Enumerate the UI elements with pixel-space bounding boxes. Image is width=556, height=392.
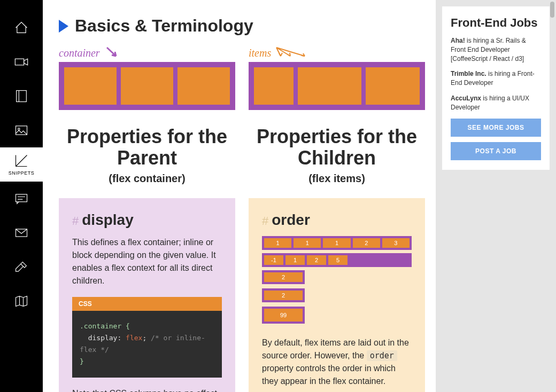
jobs-widget: Front-End Jobs Aha! is hiring a Sr. Rail…: [442, 6, 550, 170]
children-heading: Properties for the Children: [249, 126, 425, 168]
order-box: 1: [264, 238, 291, 248]
nav-video[interactable]: [0, 45, 43, 79]
order-box: 1: [294, 238, 321, 248]
code-block: CSS .container { display: flex; /* or in…: [72, 297, 222, 377]
hash-icon: #: [72, 214, 79, 228]
nav-snippets[interactable]: SNIPPETS: [0, 147, 43, 182]
container-diagram: [59, 62, 235, 110]
order-card: #order 1 1 1 2 3 -1 1 2 5: [249, 198, 425, 392]
diagram-box: [254, 67, 294, 105]
display-card: #display This defines a flex container; …: [59, 198, 235, 392]
nav-home[interactable]: [0, 11, 43, 45]
right-sidebar: Front-End Jobs Aha! is hiring a Sr. Rail…: [436, 0, 556, 392]
svg-rect-1: [17, 91, 27, 102]
nav-map[interactable]: [0, 284, 43, 318]
nav-mail[interactable]: [0, 216, 43, 250]
order-box: 2: [353, 238, 380, 248]
nav-book[interactable]: [0, 79, 43, 113]
order-box: 5: [328, 255, 348, 265]
order-column: 2 2 99: [262, 270, 305, 326]
diagram-box: [366, 67, 420, 105]
order-diagram: 1 1 1 2 3 -1 1 2 5 2 2: [262, 236, 412, 326]
diagram-box: [177, 67, 230, 105]
display-note: Note that CSS columns have no effect on …: [72, 387, 222, 392]
parent-column: container Properties for the Parent (fle…: [59, 46, 235, 392]
order-prop-title[interactable]: #order: [262, 211, 412, 229]
job-item[interactable]: AccuLynx is hiring a UI/UX Developer: [451, 94, 541, 112]
svg-rect-0: [15, 59, 24, 65]
order-box: 1: [323, 238, 350, 248]
order-box: 99: [264, 309, 303, 322]
items-diagram: [249, 62, 425, 110]
display-prop-title[interactable]: #display: [72, 211, 222, 229]
order-box: 1: [285, 255, 305, 265]
job-item[interactable]: Trimble Inc. is hiring a Front-End Devel…: [451, 69, 541, 88]
display-desc: This defines a flex container; inline or…: [72, 236, 222, 287]
diagram-box: [64, 67, 117, 105]
section-header: Basics & Terminology: [59, 16, 425, 36]
main-content: Basics & Terminology container Propertie…: [43, 0, 436, 392]
job-item[interactable]: Aha! is hiring a Sr. Rails & Front End D…: [451, 36, 541, 63]
order-box: 2: [307, 255, 326, 265]
diagram-box: [121, 67, 173, 105]
order-desc: By default, flex items are laid out in t…: [262, 336, 412, 388]
svg-rect-4: [16, 194, 27, 202]
diagram-box: [298, 67, 361, 105]
inline-code: order: [367, 350, 397, 361]
see-more-jobs-button[interactable]: SEE MORE JOBS: [451, 119, 541, 137]
code-lang-label: CSS: [72, 297, 222, 311]
section-title: Basics & Terminology: [75, 16, 253, 36]
svg-point-3: [18, 128, 20, 130]
jobs-title: Front-End Jobs: [451, 16, 541, 30]
parent-subheading: (flex container): [59, 173, 235, 185]
order-box: 2: [264, 291, 303, 300]
order-row: 1 1 1 2 3: [262, 236, 412, 250]
code-body: .container { display: flex; /* or inline…: [72, 311, 222, 377]
order-row: -1 1 2 5: [262, 253, 412, 267]
nav-build[interactable]: [0, 250, 43, 284]
play-icon[interactable]: [59, 20, 68, 33]
parent-heading: Properties for the Parent: [59, 126, 235, 168]
nav-snippets-label: SNIPPETS: [9, 170, 35, 176]
nav-image[interactable]: [0, 113, 43, 147]
items-label: items: [249, 46, 307, 60]
hash-icon: #: [262, 214, 268, 228]
nav-chat[interactable]: [0, 182, 43, 216]
children-column: items Properties for the Children (flex …: [249, 46, 425, 392]
order-box: 3: [382, 238, 410, 248]
order-box: -1: [264, 255, 283, 265]
children-subheading: (flex items): [249, 173, 425, 185]
container-label: container: [59, 46, 120, 60]
order-box: 2: [264, 272, 303, 282]
scrollbar-thumb[interactable]: [550, 2, 554, 18]
sidebar: SNIPPETS: [0, 0, 43, 392]
post-job-button[interactable]: POST A JOB: [451, 142, 541, 160]
